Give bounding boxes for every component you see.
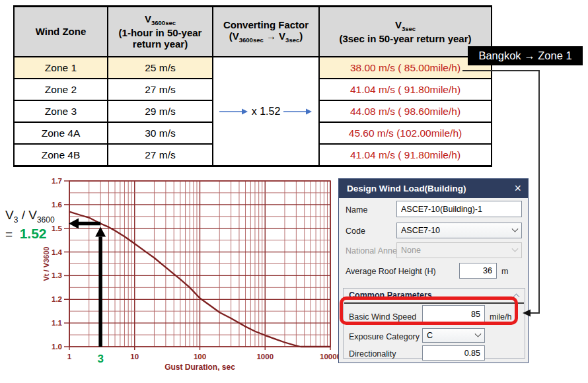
table-cell-v3: 41.04 m/s ( 91.80mile/h) [320,79,491,100]
blue-arrow-right-icon [219,108,248,116]
table-cell-v3600: 27 m/s [108,145,212,165]
table-cell-v3600: 29 m/s [108,101,212,122]
table-row-zone: Zone 1 [15,57,107,78]
x-axis-title: Gust Duration, sec [165,363,235,372]
table-cell-v3600: 30 m/s [108,123,212,143]
directionality-label: Directionality [349,349,396,359]
svg-text:1000: 1000 [256,353,274,361]
header-converting-factor: Converting Factor (V3600sec → V3sec) [213,7,318,56]
table-cell-v3: 38.00 m/s ( 85.00mile/h) [320,57,491,78]
svg-text:1.7: 1.7 [52,177,62,185]
converting-factor-cell: x 1.52 [213,57,318,165]
table-row-zone: Zone 4A [15,123,107,143]
table-cell-v3600: 25 m/s [108,57,212,78]
name-input[interactable] [396,201,522,217]
blue-arrow-right-icon [283,108,312,116]
name-label: Name [346,205,367,215]
chart-grid [69,181,330,347]
measurement-arrows [69,219,106,347]
design-wind-load-dialog: Design Wind Load(Building) × Name Code A… [338,178,529,363]
roof-height-label: Average Roof Height (H) [346,267,436,276]
header-v3sec: V3sec (3sec in 50-year return year) [320,7,491,56]
table-cell-v3: 45.60 m/s (102.00mile/h) [320,123,491,143]
table-cell-v3600: 27 m/s [108,79,212,100]
wind-zone-table: Wind Zone V3600sec (1-hour in 50-year re… [13,5,492,167]
svg-text:1.4: 1.4 [52,248,63,256]
directionality-input[interactable] [422,345,485,361]
ratio-value: 1.52 [20,226,47,241]
code-label: Code [346,226,365,236]
svg-text:1.3: 1.3 [52,271,62,279]
gust-duration-chart: 1.01.11.21.31.41.51.61.71101001000100003… [0,173,338,383]
converting-factor-value: x 1.52 [252,106,281,118]
y-axis-title: Vt / V3600 [42,247,50,281]
table-row-zone: Zone 4B [15,145,107,165]
slide-canvas: Wind Zone V3600sec (1-hour in 50-year re… [0,0,588,383]
chevron-down-icon [512,245,519,252]
ratio-annotation: V3 / V3600 = 1.52 [5,207,55,242]
svg-text:1: 1 [67,353,72,361]
highlight-x-tick: 3 [97,353,103,365]
bangkok-zone-callout: Bangkok → Zone 1 [468,46,583,65]
table-row-zone: Zone 3 [15,101,107,122]
exposure-category-label: Exposure Category [349,332,420,341]
roof-height-input[interactable] [459,263,497,279]
national-annex-label: National Annex [346,246,401,256]
code-dropdown[interactable]: ASCE7-10 [396,223,522,238]
exposure-category-dropdown[interactable]: C [422,328,485,343]
svg-text:1.2: 1.2 [52,295,62,303]
table-row-zone: Zone 2 [15,79,107,100]
header-v3600: V3600sec (1-hour in 50-year return year) [108,7,212,56]
dialog-titlebar[interactable]: Design Wind Load(Building) × [339,179,528,198]
table-cell-v3: 44.08 m/s ( 98.60mile/h) [320,101,491,122]
chevron-down-icon [475,330,482,337]
right-arrow-glyph: → [266,30,276,42]
national-annex-dropdown: None [396,242,522,258]
dialog-title: Design Wind Load(Building) [347,184,466,193]
table-cell-v3: 41.04 m/s ( 91.80mile/h) [320,145,491,165]
svg-text:1.1: 1.1 [52,319,63,327]
chevron-down-icon [512,225,519,232]
roof-height-unit: m [501,267,508,276]
close-icon[interactable]: × [514,182,521,195]
svg-text:10000: 10000 [320,353,338,361]
svg-text:1.0: 1.0 [52,343,62,351]
red-highlight-box [340,296,518,325]
svg-text:10: 10 [130,353,139,361]
svg-text:100: 100 [194,353,206,361]
header-wind-zone: Wind Zone [15,7,107,56]
chart-canvas: 1.01.11.21.31.41.51.61.71101001000100003… [0,173,338,383]
